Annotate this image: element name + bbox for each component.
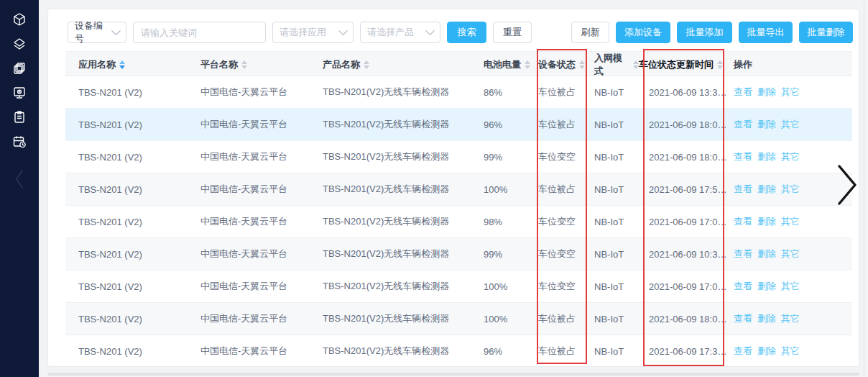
row-actions: 查看删除其它 xyxy=(734,312,852,325)
sort-icon[interactable] xyxy=(717,60,723,69)
action-delete[interactable]: 删除 xyxy=(757,215,776,228)
product-select-placeholder: 请选择产品 xyxy=(367,26,414,39)
layers-icon[interactable] xyxy=(11,36,27,52)
sort-icon[interactable] xyxy=(579,60,585,69)
cell-platform-name: 中国电信-天翼云平台 xyxy=(200,247,323,260)
row-actions: 查看删除其它 xyxy=(734,86,852,99)
table-row[interactable]: TBS-N201 (V2) 中国电信-天翼云平台 TBS-N201(V2)无线车… xyxy=(65,76,852,109)
action-other[interactable]: 其它 xyxy=(781,215,800,228)
cell-device-status: 车位变空 xyxy=(538,247,594,260)
copies-icon[interactable] xyxy=(11,60,27,76)
cell-app-name: TBS-N201 (V2) xyxy=(78,346,200,357)
sort-icon[interactable] xyxy=(633,60,639,69)
action-other[interactable]: 其它 xyxy=(781,86,800,99)
batch-export-button[interactable]: 批量导出 xyxy=(739,22,793,43)
next-page-arrow-icon[interactable] xyxy=(836,163,859,209)
calendar-clock-icon[interactable] xyxy=(11,134,27,150)
action-other[interactable]: 其它 xyxy=(781,150,800,163)
cell-app-name: TBS-N201 (V2) xyxy=(78,249,200,260)
clipboard-icon[interactable] xyxy=(11,109,27,125)
batch-delete-button[interactable]: 批量删除 xyxy=(799,22,853,43)
action-other[interactable]: 其它 xyxy=(781,280,800,293)
action-view[interactable]: 查看 xyxy=(734,118,752,131)
action-other[interactable]: 其它 xyxy=(781,183,800,196)
cell-device-status: 车位变空 xyxy=(538,150,594,163)
chevron-down-icon xyxy=(338,26,348,35)
action-other[interactable]: 其它 xyxy=(781,247,800,260)
action-delete[interactable]: 删除 xyxy=(757,247,776,260)
table-row[interactable]: TBS-N201 (V2) 中国电信-天翼云平台 TBS-N201(V2)无线车… xyxy=(65,206,852,238)
horizontal-scrollbar[interactable] xyxy=(47,373,859,376)
cube-icon[interactable] xyxy=(11,12,27,27)
sort-icon[interactable] xyxy=(241,60,247,69)
action-delete[interactable]: 删除 xyxy=(757,280,776,293)
table-row[interactable]: TBS-N201 (V2) 中国电信-天翼云平台 TBS-N201(V2)无线车… xyxy=(65,335,852,367)
collapse-left-icon[interactable] xyxy=(11,171,27,187)
table-row[interactable]: TBS-N201 (V2) 中国电信-天翼云平台 TBS-N201(V2)无线车… xyxy=(65,141,852,173)
action-view[interactable]: 查看 xyxy=(734,215,752,228)
refresh-button[interactable]: 刷新 xyxy=(571,22,609,43)
action-other[interactable]: 其它 xyxy=(781,312,800,325)
action-view[interactable]: 查看 xyxy=(734,312,752,325)
cell-status-update-time: 2021-06-09 13:35:59 xyxy=(639,87,734,98)
cell-app-name: TBS-N201 (V2) xyxy=(78,119,200,130)
cell-status-update-time: 2021-06-09 17:36:10 xyxy=(639,346,734,357)
column-header[interactable]: 平台名称 xyxy=(200,58,323,71)
action-delete[interactable]: 删除 xyxy=(757,183,776,196)
cell-network-mode: NB-IoT xyxy=(594,184,639,195)
column-header[interactable]: 电池电量 xyxy=(484,58,538,71)
search-button[interactable]: 搜索 xyxy=(447,22,486,43)
action-delete[interactable]: 删除 xyxy=(757,345,776,358)
cell-platform-name: 中国电信-天翼云平台 xyxy=(200,345,323,358)
cell-status-update-time: 2021-06-09 18:05:51 xyxy=(639,119,734,130)
cell-product-name: TBS-N201(V2)无线车辆检测器 xyxy=(323,215,484,228)
app-select[interactable]: 请选择应用 xyxy=(272,22,354,43)
table-row[interactable]: TBS-N201 (V2) 中国电信-天翼云平台 TBS-N201(V2)无线车… xyxy=(65,303,852,335)
action-view[interactable]: 查看 xyxy=(734,345,752,358)
sort-icon[interactable] xyxy=(119,60,125,69)
search-field-value: 设备编号 xyxy=(75,19,108,45)
sort-icon[interactable] xyxy=(364,60,369,69)
column-header[interactable]: 设备状态 xyxy=(538,58,594,71)
row-actions: 查看删除其它 xyxy=(734,215,852,228)
cell-status-update-time: 2021-06-09 17:04:10 xyxy=(639,217,734,227)
cell-device-status: 车位被占 xyxy=(538,118,594,131)
action-delete[interactable]: 删除 xyxy=(757,150,776,163)
cell-network-mode: NB-IoT xyxy=(594,249,639,260)
action-view[interactable]: 查看 xyxy=(734,280,752,293)
cell-product-name: TBS-N201(V2)无线车辆检测器 xyxy=(323,150,484,163)
column-header[interactable]: 车位状态更新时间 xyxy=(639,58,734,71)
column-header[interactable]: 产品名称 xyxy=(323,58,484,71)
column-header[interactable]: 入网模式 xyxy=(594,52,639,78)
action-view[interactable]: 查看 xyxy=(734,150,752,163)
action-delete[interactable]: 删除 xyxy=(757,118,776,131)
action-delete[interactable]: 删除 xyxy=(757,86,776,99)
keyword-input[interactable] xyxy=(133,22,266,43)
action-other[interactable]: 其它 xyxy=(781,118,800,131)
cell-device-status: 车位变空 xyxy=(538,215,594,228)
table-row[interactable]: TBS-N201 (V2) 中国电信-天翼云平台 TBS-N201(V2)无线车… xyxy=(65,238,852,271)
action-delete[interactable]: 删除 xyxy=(757,312,776,325)
search-field-select[interactable]: 设备编号 xyxy=(68,22,126,43)
cell-platform-name: 中国电信-天翼云平台 xyxy=(200,280,323,293)
table-row[interactable]: TBS-N201 (V2) 中国电信-天翼云平台 TBS-N201(V2)无线车… xyxy=(65,271,852,303)
add-device-button[interactable]: 添加设备 xyxy=(616,22,670,43)
cell-product-name: TBS-N201(V2)无线车辆检测器 xyxy=(323,247,484,260)
cell-battery-level: 99% xyxy=(484,152,538,163)
cell-battery-level: 100% xyxy=(484,281,538,292)
product-select[interactable]: 请选择产品 xyxy=(360,22,440,43)
cell-network-mode: NB-IoT xyxy=(594,152,639,163)
action-other[interactable]: 其它 xyxy=(781,345,800,358)
action-view[interactable]: 查看 xyxy=(734,247,752,260)
monitor-settings-icon[interactable] xyxy=(11,85,27,101)
action-view[interactable]: 查看 xyxy=(734,86,752,99)
column-header[interactable]: 操作 xyxy=(734,58,852,71)
reset-button[interactable]: 重置 xyxy=(493,22,532,43)
table-row[interactable]: TBS-N201 (V2) 中国电信-天翼云平台 TBS-N201(V2)无线车… xyxy=(65,109,852,141)
batch-add-button[interactable]: 批量添加 xyxy=(677,22,732,43)
sort-icon[interactable] xyxy=(525,60,530,69)
column-header[interactable]: 应用名称 xyxy=(78,58,200,71)
action-view[interactable]: 查看 xyxy=(734,183,752,196)
cell-device-status: 车位变空 xyxy=(538,280,594,293)
table-row[interactable]: TBS-N201 (V2) 中国电信-天翼云平台 TBS-N201(V2)无线车… xyxy=(65,173,852,206)
